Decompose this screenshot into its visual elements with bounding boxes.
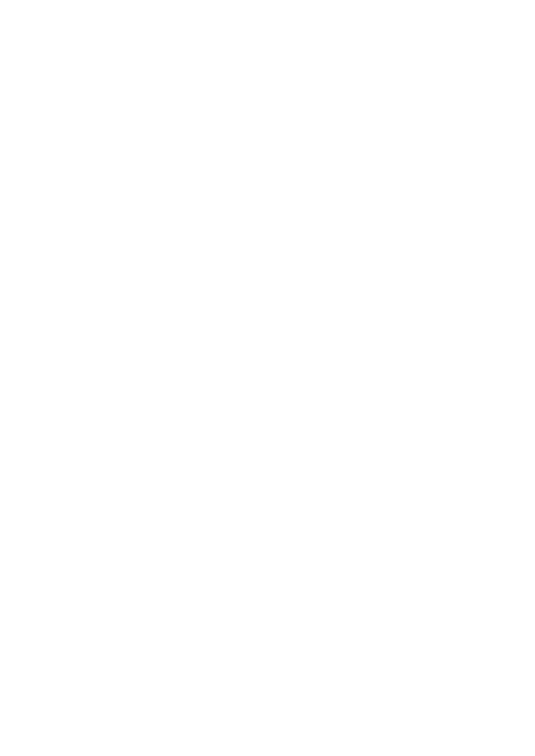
answer-grid <box>29 22 506 27</box>
